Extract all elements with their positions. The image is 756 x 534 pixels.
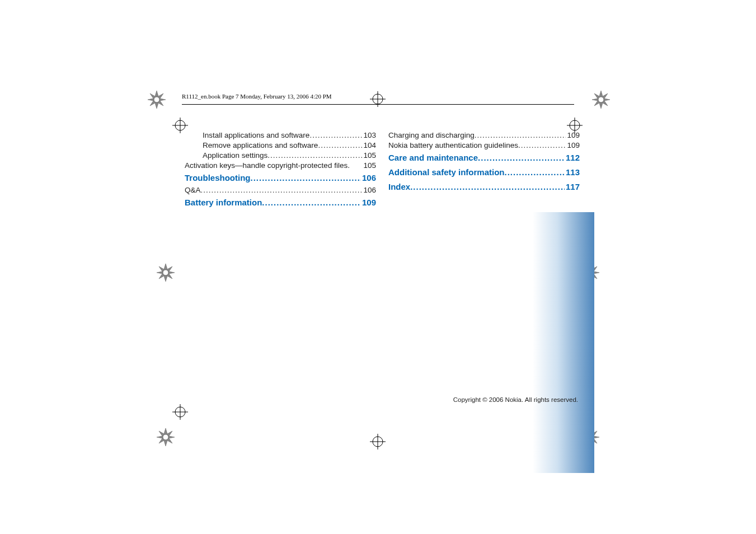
crop-target-icon — [370, 434, 386, 449]
svg-point-12 — [175, 120, 185, 130]
crop-star-icon — [157, 428, 175, 446]
toc-entry-page: 113 — [565, 165, 580, 180]
thumb-tab-gradient — [533, 212, 594, 473]
toc-entry-label: Application settings — [203, 151, 267, 161]
toc-chapter-entry[interactable]: Care and maintenance....................… — [388, 151, 580, 165]
svg-point-9 — [163, 270, 168, 275]
toc-leader-dots: ........................................… — [201, 185, 363, 195]
toc-entry-page: 109 — [361, 195, 376, 210]
toc-leader-dots: ........................................… — [267, 151, 362, 161]
toc-leader-dots: ........................................… — [410, 180, 565, 194]
toc-entry-label: Index — [388, 180, 410, 194]
toc-entry-page: 104 — [362, 140, 376, 151]
toc-left-column: Install applications and software.......… — [185, 130, 376, 210]
toc-entry[interactable]: Activation keys—handle copyright-protect… — [185, 161, 376, 171]
toc-columns: Install applications and software.......… — [185, 130, 580, 210]
toc-entry-label: Q&A — [185, 185, 201, 195]
svg-point-5 — [163, 434, 168, 440]
toc-leader-dots: ........................................… — [518, 140, 566, 151]
toc-leader-dots: ........................................… — [478, 151, 565, 165]
toc-leader-dots: ........................................… — [475, 130, 566, 140]
toc-chapter-entry[interactable]: Index...................................… — [388, 180, 580, 194]
toc-entry[interactable]: Charging and discharging................… — [388, 130, 580, 140]
toc-entry-page: 117 — [565, 180, 580, 194]
crop-target-icon — [172, 404, 188, 420]
toc-leader-dots: ........................................… — [318, 140, 362, 151]
toc-leader-dots: ........................................… — [505, 165, 565, 180]
toc-entry-label: Care and maintenance — [388, 151, 478, 165]
toc-entry-label: Troubleshooting — [185, 171, 251, 185]
crop-star-icon — [592, 91, 610, 109]
crop-star-icon — [157, 264, 175, 282]
toc-entry[interactable]: Remove applications and software........… — [185, 140, 376, 151]
toc-entry-label: Nokia battery authentication guidelines — [388, 140, 518, 151]
toc-entry-label: Remove applications and software — [203, 140, 318, 151]
toc-entry-page: 109 — [566, 140, 580, 151]
toc-entry-label: Battery information — [185, 195, 262, 210]
toc-entry-page: 103 — [362, 130, 376, 140]
running-header-text: R1112_en.book Page 7 Monday, February 13… — [182, 93, 332, 100]
toc-right-column: Charging and discharging................… — [388, 130, 580, 210]
svg-marker-0 — [148, 91, 166, 109]
toc-entry[interactable]: Install applications and software.......… — [185, 130, 376, 140]
toc-entry[interactable]: Q&A.....................................… — [185, 185, 376, 195]
toc-chapter-entry[interactable]: Troubleshooting.........................… — [185, 171, 376, 185]
toc-entry-label: Activation keys—handle copyright-protect… — [185, 161, 362, 171]
toc-entry-page: 106 — [361, 171, 376, 185]
toc-entry-page: 105 — [362, 161, 376, 171]
svg-marker-4 — [157, 428, 175, 446]
toc-entry-label: Additional safety information — [388, 165, 505, 180]
toc-entry-page: 112 — [565, 151, 580, 165]
svg-point-1 — [154, 97, 159, 102]
toc-leader-dots: ........................................… — [262, 195, 361, 210]
toc-chapter-entry[interactable]: Additional safety information...........… — [388, 165, 580, 180]
toc-chapter-entry[interactable]: Battery information.....................… — [185, 195, 376, 210]
svg-point-24 — [373, 437, 383, 447]
svg-point-3 — [598, 97, 604, 102]
crop-star-icon — [148, 91, 166, 109]
svg-marker-8 — [157, 264, 175, 282]
toc-entry-label: Charging and discharging — [388, 130, 475, 140]
toc-entry-label: Install applications and software — [203, 130, 309, 140]
svg-marker-2 — [592, 91, 610, 109]
svg-point-18 — [175, 407, 185, 417]
toc-entry[interactable]: Nokia battery authentication guidelines.… — [388, 140, 580, 151]
running-header: R1112_en.book Page 7 Monday, February 13… — [182, 94, 574, 105]
svg-point-15 — [570, 120, 580, 130]
toc-entry-page: 105 — [362, 151, 376, 161]
toc-entry-page: 106 — [362, 185, 376, 195]
toc-leader-dots: ........................................… — [309, 130, 362, 140]
toc-entry[interactable]: Application settings....................… — [185, 151, 376, 161]
copyright-footer: Copyright © 2006 Nokia. All rights reser… — [453, 396, 578, 403]
toc-entry-page: 109 — [566, 130, 580, 140]
toc-leader-dots: ........................................… — [251, 171, 361, 185]
